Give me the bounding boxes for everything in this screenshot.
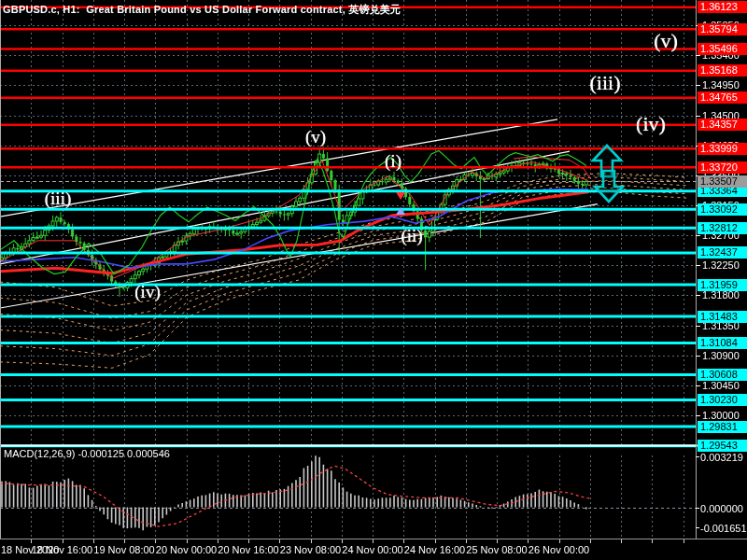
price-level-badge-support: 1.29543 xyxy=(698,440,747,452)
price-tick-label: 1.30450 xyxy=(702,380,740,391)
price-tick-label: 1.32250 xyxy=(702,259,740,271)
price-tick-label: 1.34950 xyxy=(702,79,740,91)
time-axis-label: 18 Nov 16:00 xyxy=(32,544,92,555)
chart-symbol-period: GBPUSD.c, H1: xyxy=(3,4,80,15)
elliott-wave-label: (v) xyxy=(305,127,326,147)
price-level-badge-resistance: 1.35496 xyxy=(698,43,747,55)
macd-signal-value: 0.000546 xyxy=(127,448,170,459)
macd-scale-label: 0.000000 xyxy=(700,503,743,514)
price-tick-label: 1.30000 xyxy=(702,410,740,421)
price-level-badge-support: 1.31084 xyxy=(698,337,747,349)
price-tick-label: 1.30900 xyxy=(702,350,740,361)
chart-canvas[interactable] xyxy=(0,0,747,560)
price-level-badge-resistance: 1.36123 xyxy=(698,1,747,13)
price-level-badge-support: 1.30608 xyxy=(698,369,747,381)
elliott-wave-label: (iii) xyxy=(590,71,621,95)
price-level-badge-support: 1.32437 xyxy=(698,246,747,259)
time-axis-label: 24 Nov 16:00 xyxy=(404,544,465,555)
price-level-badge-support: 1.32812 xyxy=(698,222,747,234)
price-level-badge-resistance: 1.34357 xyxy=(698,119,747,131)
price-level-badge-resistance: 1.33720 xyxy=(698,161,747,174)
elliott-wave-label: (iv) xyxy=(636,112,666,136)
price-level-badge-support: 1.29831 xyxy=(698,421,747,433)
macd-main-value: -0.000125 xyxy=(78,448,124,459)
elliott-wave-label: (ii) xyxy=(401,226,422,246)
chart-title: GBPUSD.c, H1: Great Britain Pound vs US … xyxy=(3,3,401,17)
current-price-badge: 1.33507 xyxy=(698,175,747,188)
time-axis-label: 23 Nov 08:00 xyxy=(280,544,341,555)
time-axis-label: 20 Nov 16:00 xyxy=(218,544,278,555)
macd-indicator-label: MACD(12,26,9) -0.000125 0.000546 xyxy=(4,448,170,459)
price-level-badge-resistance: 1.35794 xyxy=(698,23,747,35)
time-axis-label: 19 Nov 08:00 xyxy=(93,544,154,555)
time-axis-label: 20 Nov 00:00 xyxy=(156,544,217,555)
elliott-wave-label: (iv) xyxy=(134,282,160,302)
price-level-badge-support: 1.31483 xyxy=(698,311,747,323)
chart-symbol-description: Great Britain Pound vs US Dollar Forward… xyxy=(86,4,401,15)
price-level-badge-support: 1.31959 xyxy=(698,279,747,291)
elliott-wave-label: (i) xyxy=(385,151,402,172)
price-level-badge-resistance: 1.35168 xyxy=(698,64,747,77)
macd-scale-label: -0.001651 xyxy=(700,523,747,534)
price-level-badge-support: 1.33092 xyxy=(698,203,747,216)
elliott-wave-label: (iii) xyxy=(45,189,72,209)
time-axis-label: 25 Nov 08:00 xyxy=(466,544,527,555)
elliott-wave-label: (v) xyxy=(654,29,678,53)
price-level-badge-resistance: 1.33999 xyxy=(698,143,747,155)
macd-params: MACD(12,26,9) xyxy=(4,448,75,459)
time-axis-label: 24 Nov 00:00 xyxy=(342,544,402,555)
trading-chart-window: GBPUSD.c, H1: Great Britain Pound vs US … xyxy=(0,0,747,560)
price-level-badge-resistance: 1.34765 xyxy=(698,91,747,104)
time-axis-label: 26 Nov 00:00 xyxy=(529,544,589,555)
macd-scale-label: 0.003219 xyxy=(700,452,743,463)
price-level-badge-support: 1.30230 xyxy=(698,394,747,406)
price-tick-label: 1.31800 xyxy=(702,289,740,301)
